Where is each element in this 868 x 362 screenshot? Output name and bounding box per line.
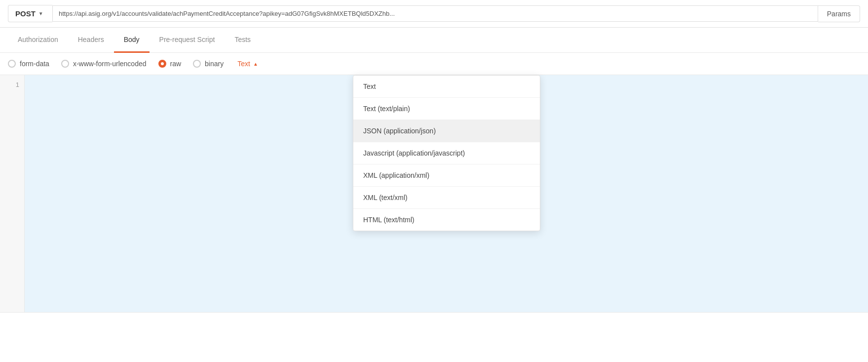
method-label: POST xyxy=(15,9,36,18)
type-dropdown-label: Text xyxy=(237,60,250,68)
url-input[interactable] xyxy=(52,5,818,22)
url-bar: POST ▼ Params xyxy=(0,0,868,28)
line-numbers: 1 xyxy=(0,75,25,312)
url-encoded-option[interactable]: x-www-form-urlencoded xyxy=(61,60,147,68)
tab-pre-request-script[interactable]: Pre-request Script xyxy=(150,28,225,53)
line-number-1: 1 xyxy=(0,79,24,91)
dropdown-item-text-plain[interactable]: Text (text/plain) xyxy=(353,98,540,120)
raw-option[interactable]: raw xyxy=(158,60,182,68)
tab-tests[interactable]: Tests xyxy=(225,28,261,53)
request-tabs: AuthorizationHeadersBodyPre-request Scri… xyxy=(0,28,868,53)
form-data-label: form-data xyxy=(20,60,49,68)
dropdown-item-text[interactable]: Text xyxy=(353,76,540,98)
type-dropdown[interactable]: Text ▲ xyxy=(237,60,258,68)
method-selector[interactable]: POST ▼ xyxy=(8,5,52,22)
params-button[interactable]: Params xyxy=(818,5,860,22)
binary-radio[interactable] xyxy=(193,60,201,68)
dropdown-item-javascript[interactable]: Javascript (application/javascript) xyxy=(353,142,540,164)
tab-headers[interactable]: Headers xyxy=(68,28,114,53)
dropdown-item-xml-app[interactable]: XML (application/xml) xyxy=(353,164,540,187)
tab-authorization[interactable]: Authorization xyxy=(8,28,68,53)
form-data-radio[interactable] xyxy=(8,60,16,68)
editor-area: 1 TextText (text/plain)JSON (application… xyxy=(0,75,868,313)
dropdown-item-json[interactable]: JSON (application/json) xyxy=(353,120,540,142)
form-data-option[interactable]: form-data xyxy=(8,60,49,68)
dropdown-arrow-icon: ▲ xyxy=(253,61,258,67)
url-encoded-radio[interactable] xyxy=(61,60,69,68)
dropdown-item-xml-text[interactable]: XML (text/xml) xyxy=(353,187,540,209)
tab-body[interactable]: Body xyxy=(114,28,150,53)
url-encoded-label: x-www-form-urlencoded xyxy=(73,60,147,68)
binary-label: binary xyxy=(205,60,224,68)
binary-option[interactable]: binary xyxy=(193,60,224,68)
dropdown-item-html[interactable]: HTML (text/html) xyxy=(353,209,540,231)
method-chevron-icon: ▼ xyxy=(38,11,43,16)
type-dropdown-menu: TextText (text/plain)JSON (application/j… xyxy=(353,75,540,231)
body-options: form-data x-www-form-urlencoded raw bina… xyxy=(0,53,868,75)
raw-label: raw xyxy=(170,60,182,68)
raw-radio[interactable] xyxy=(158,60,166,68)
